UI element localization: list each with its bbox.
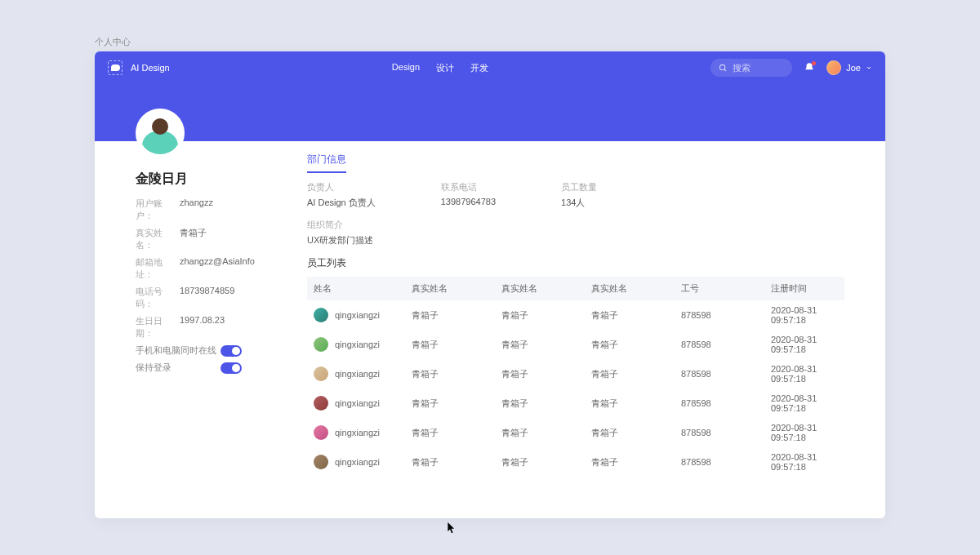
row-real3: 青箱子 [585, 418, 675, 447]
search-placeholder: 搜索 [733, 62, 751, 74]
row-avatar-icon [314, 337, 328, 352]
breadcrumb[interactable]: 个人中心 [0, 0, 980, 51]
row-code: 878598 [675, 300, 764, 330]
info-desc: 组织简介 UX研发部门描述 [307, 219, 844, 246]
row-time: 2020-08-31 09:57:18 [764, 359, 844, 388]
row-real3: 青箱子 [585, 300, 675, 330]
row-code: 878598 [675, 330, 764, 359]
multi-device-label: 手机和电脑同时在线 [136, 344, 216, 357]
row-avatar-icon [314, 455, 328, 469]
meta-account: 用户账户： zhangzz [136, 198, 258, 222]
row-time: 2020-08-31 09:57:18 [764, 330, 844, 359]
row-name: qingxiangzi [335, 340, 380, 349]
meta-realname-label: 真实姓名： [136, 227, 180, 251]
brand-name: AI Design [131, 63, 170, 73]
meta-email-label: 邮箱地址： [136, 256, 180, 281]
row-avatar-icon [314, 308, 328, 322]
info-manager-value: AI Design 负责人 [307, 197, 376, 209]
table-row[interactable]: qingxiangzi青箱子青箱子青箱子8785982020-08-31 09:… [307, 300, 844, 330]
list-title: 员工列表 [307, 256, 844, 270]
table-row[interactable]: qingxiangzi青箱子青箱子青箱子8785982020-08-31 09:… [307, 418, 844, 447]
tab-dept-info[interactable]: 部门信息 [307, 149, 346, 173]
col-real2: 真实姓名 [495, 277, 585, 300]
row-real1: 青箱子 [405, 300, 495, 330]
row-code: 878598 [675, 447, 764, 477]
multi-device-switch[interactable] [220, 345, 242, 357]
meta-birth-value: 1997.08.23 [180, 315, 225, 340]
row-real2: 青箱子 [495, 300, 585, 330]
meta-phone-label: 电话号码： [136, 286, 180, 310]
chevron-down-icon [866, 64, 872, 71]
row-real1: 青箱子 [405, 418, 495, 447]
col-time: 注册时间 [764, 277, 844, 300]
row-real3: 青箱子 [585, 447, 675, 477]
cursor-icon [448, 522, 456, 534]
detail-column: 部门信息 负责人 AI Design 负责人 联系电话 13987964783 … [258, 141, 869, 477]
row-avatar-icon [314, 366, 328, 381]
row-time: 2020-08-31 09:57:18 [764, 447, 844, 477]
row-real1: 青箱子 [405, 447, 495, 477]
info-phone-value: 13987964783 [441, 197, 496, 206]
logo[interactable]: AI Design [108, 60, 170, 75]
col-real3: 真实姓名 [585, 277, 675, 300]
keep-login-switch[interactable] [220, 362, 242, 374]
row-avatar-icon [314, 396, 328, 411]
meta-realname: 真实姓名： 青箱子 [136, 227, 258, 251]
table-row[interactable]: qingxiangzi青箱子青箱子青箱子8785982020-08-31 09:… [307, 447, 844, 477]
profile-sidebar: 金陵日月 用户账户： zhangzz 真实姓名： 青箱子 邮箱地址： zhang… [95, 141, 258, 477]
employee-table: 姓名 真实姓名 真实姓名 真实姓名 工号 注册时间 qingxiangzi青箱子… [307, 277, 844, 477]
meta-phone: 电话号码： 18739874859 [136, 286, 258, 310]
meta-birth-label: 生日日期： [136, 315, 180, 340]
col-code: 工号 [675, 277, 764, 300]
info-phone-label: 联系电话 [441, 181, 496, 193]
meta-email: 邮箱地址： zhangzz@AsiaInfo [136, 256, 258, 281]
user-avatar-icon [826, 60, 841, 75]
info-manager: 负责人 AI Design 负责人 [307, 181, 376, 209]
row-time: 2020-08-31 09:57:18 [764, 388, 844, 418]
col-name: 姓名 [307, 277, 405, 300]
row-name: qingxiangzi [335, 457, 380, 467]
svg-point-0 [720, 64, 725, 69]
table-header-row: 姓名 真实姓名 真实姓名 真实姓名 工号 注册时间 [307, 277, 844, 300]
row-real2: 青箱子 [495, 447, 585, 477]
row-real3: 青箱子 [585, 359, 675, 388]
notification-icon[interactable] [804, 62, 815, 73]
row-time: 2020-08-31 09:57:18 [764, 300, 844, 330]
row-name: qingxiangzi [335, 428, 380, 437]
table-row[interactable]: qingxiangzi青箱子青箱子青箱子8785982020-08-31 09:… [307, 359, 844, 388]
row-name: qingxiangzi [335, 369, 380, 379]
info-desc-label: 组织简介 [307, 219, 844, 231]
search-input[interactable]: 搜索 [710, 59, 792, 77]
meta-account-label: 用户账户： [136, 198, 180, 222]
row-name: qingxiangzi [335, 398, 380, 408]
main-panel: AI Design Design 设计 开发 搜索 Joe [95, 51, 885, 518]
row-real2: 青箱子 [495, 330, 585, 359]
info-desc-value: UX研发部门描述 [307, 234, 844, 246]
user-name: Joe [846, 63, 861, 73]
row-real3: 青箱子 [585, 330, 675, 359]
row-real1: 青箱子 [405, 359, 495, 388]
info-count-label: 员工数量 [561, 181, 597, 193]
table-row[interactable]: qingxiangzi青箱子青箱子青箱子8785982020-08-31 09:… [307, 388, 844, 418]
table-row[interactable]: qingxiangzi青箱子青箱子青箱子8785982020-08-31 09:… [307, 330, 844, 359]
row-code: 878598 [675, 359, 764, 388]
nav-kaifa[interactable]: 开发 [470, 62, 488, 74]
row-real3: 青箱子 [585, 388, 675, 418]
hero-band [95, 84, 885, 141]
col-real1: 真实姓名 [405, 277, 495, 300]
notification-dot [812, 61, 816, 65]
header-bar: AI Design Design 设计 开发 搜索 Joe [95, 51, 885, 84]
logo-icon [108, 60, 122, 75]
row-real1: 青箱子 [405, 330, 495, 359]
row-code: 878598 [675, 418, 764, 447]
meta-phone-value: 18739874859 [180, 286, 234, 310]
info-phone: 联系电话 13987964783 [441, 181, 496, 209]
user-menu[interactable]: Joe [826, 60, 872, 75]
nav-design[interactable]: Design [392, 62, 420, 74]
info-manager-label: 负责人 [307, 181, 376, 193]
meta-account-value: zhangzz [180, 198, 213, 222]
row-avatar-icon [314, 425, 328, 440]
profile-avatar[interactable] [136, 109, 185, 158]
meta-birth: 生日日期： 1997.08.23 [136, 315, 258, 340]
nav-sheji[interactable]: 设计 [436, 62, 454, 74]
